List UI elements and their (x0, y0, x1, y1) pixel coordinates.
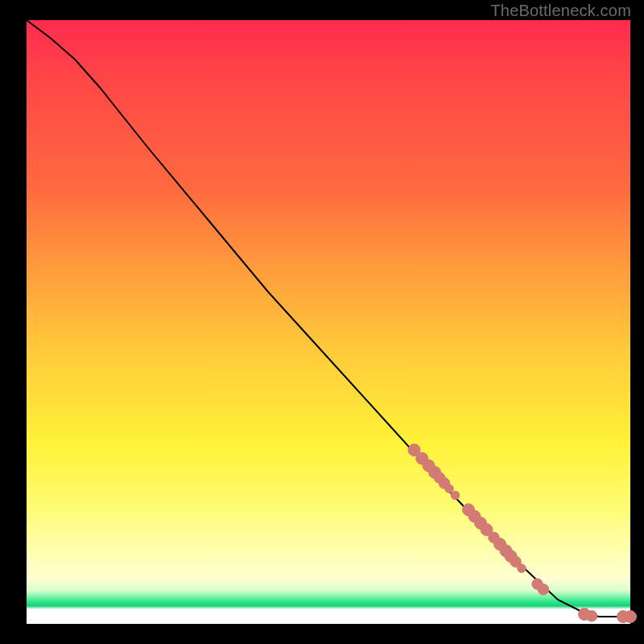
data-marker (625, 611, 637, 623)
data-marker (518, 564, 526, 573)
marker-group (408, 444, 637, 623)
main-curve (27, 20, 630, 617)
plot-area (27, 20, 630, 624)
plot-overlay (27, 20, 630, 624)
chart-frame: TheBottleneck.com (0, 0, 644, 644)
attribution-text: TheBottleneck.com (490, 2, 631, 20)
data-marker (586, 611, 597, 622)
data-marker (445, 485, 454, 493)
data-marker (538, 584, 549, 596)
data-marker (451, 491, 460, 500)
